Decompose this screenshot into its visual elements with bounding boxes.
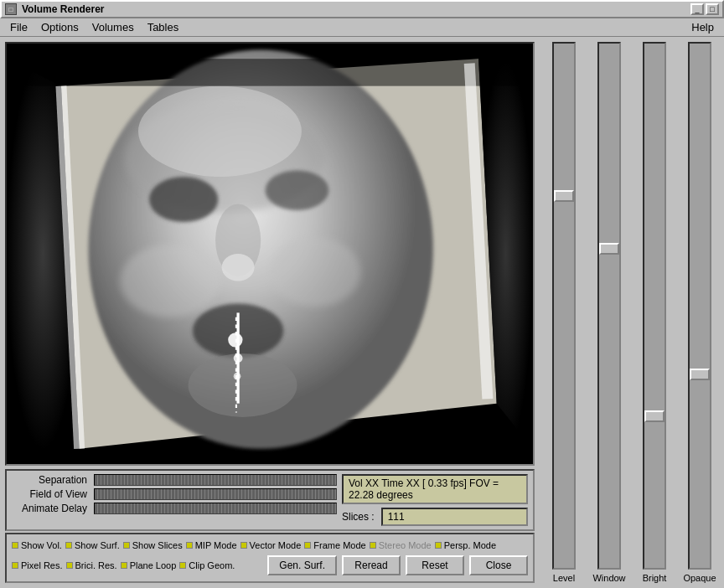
checkbox-row-2: Pixel Res. Brici. Res. Plane Loop C: [12, 558, 264, 573]
menu-options[interactable]: Options: [34, 19, 85, 35]
level-slider-label: Level: [553, 570, 575, 583]
svg-point-4: [149, 177, 218, 222]
slices-row: Slices :: [342, 508, 528, 526]
maximize-button[interactable]: □: [706, 3, 719, 15]
left-panel: Separation Field of View Animate Delay: [0, 37, 540, 588]
title-bar: □ Volume Renderer _ □: [0, 0, 724, 18]
right-panel: Level Window Bright Opaque: [540, 37, 724, 588]
window-slider-thumb[interactable]: [599, 243, 619, 255]
title-text: Volume Renderer: [22, 3, 690, 15]
persp-mode-checkbox[interactable]: Persp. Mode: [435, 540, 496, 550]
bottom-row: Pixel Res. Brici. Res. Plane Loop C: [12, 553, 528, 578]
animate-label: Animate Delay: [12, 503, 87, 514]
close-button[interactable]: Close: [469, 555, 528, 575]
frame-mode-checkbox[interactable]: Frame Mode: [304, 540, 365, 550]
separation-row: Separation: [12, 474, 337, 486]
opaque-slider-track[interactable]: [688, 42, 711, 570]
show-vol-checkbox[interactable]: Show Vol.: [12, 540, 62, 550]
bright-slider-column: Bright: [634, 42, 675, 583]
clip-geom-checkbox[interactable]: Clip Geom.: [179, 560, 235, 570]
separation-label: Separation: [12, 474, 87, 486]
level-slider-track[interactable]: [552, 42, 576, 570]
plane-loop-label: Plane Loop: [130, 560, 177, 570]
bright-slider-thumb[interactable]: [644, 410, 665, 422]
status-panel: Separation Field of View Animate Delay: [5, 469, 535, 531]
fov-label: Field of View: [12, 488, 87, 500]
window-slider-track[interactable]: [597, 42, 621, 570]
reset-button[interactable]: Reset: [406, 555, 464, 575]
stereo-mode-checkbox[interactable]: Stereo Mode: [370, 540, 432, 550]
show-surf-indicator: [65, 542, 72, 549]
minimize-button[interactable]: _: [690, 3, 704, 15]
vector-mode-label: Vector Mode: [250, 540, 302, 550]
fov-row: Field of View: [12, 488, 337, 500]
menu-help[interactable]: Help: [685, 19, 721, 35]
slices-label: Slices :: [342, 511, 375, 523]
show-surf-checkbox[interactable]: Show Surf.: [65, 540, 120, 550]
controls-bottom: Separation Field of View Animate Delay: [5, 469, 535, 583]
mip-mode-checkbox[interactable]: MIP Mode: [186, 540, 237, 550]
vector-indicator: [240, 542, 247, 549]
persp-mode-label: Persp. Mode: [444, 540, 496, 550]
stereo-indicator: [370, 542, 376, 549]
brici-res-label: Brici. Res.: [75, 560, 117, 570]
svg-rect-20: [7, 59, 533, 85]
brici-indicator: [66, 562, 73, 569]
show-slices-indicator: [123, 542, 130, 549]
clip-geom-indicator: [179, 562, 186, 569]
vector-mode-checkbox[interactable]: Vector Mode: [240, 540, 302, 550]
show-slices-label: Show Slices: [132, 540, 183, 550]
svg-point-9: [189, 353, 297, 417]
show-surf-label: Show Surf.: [75, 540, 120, 550]
stereo-mode-label: Stereo Mode: [379, 540, 432, 550]
svg-point-12: [234, 353, 243, 363]
window-slider-label: Window: [592, 570, 625, 583]
svg-point-5: [266, 170, 329, 210]
slider-controls: Separation Field of View Animate Delay: [12, 474, 337, 526]
svg-point-11: [228, 333, 242, 347]
show-vol-indicator: [12, 542, 18, 549]
separation-bar[interactable]: [94, 474, 337, 486]
bright-slider-track[interactable]: [643, 42, 666, 570]
opaque-slider-column: Opaque: [679, 42, 721, 583]
gen-surf-button[interactable]: Gen. Surf.: [267, 555, 337, 575]
pixel-res-label: Pixel Res.: [21, 560, 63, 570]
brici-res-checkbox[interactable]: Brici. Res.: [66, 560, 117, 570]
svg-point-16: [270, 238, 360, 307]
fov-bar[interactable]: [94, 488, 337, 500]
viewport[interactable]: [5, 42, 535, 466]
system-icon[interactable]: □: [5, 3, 17, 15]
show-vol-label: Show Vol.: [21, 540, 62, 550]
slices-input[interactable]: [381, 508, 528, 526]
menu-tables[interactable]: Tables: [141, 19, 186, 35]
window-controls: _ □: [690, 3, 719, 15]
persp-indicator: [435, 542, 442, 549]
level-slider-thumb[interactable]: [554, 190, 574, 202]
show-slices-checkbox[interactable]: Show Slices: [123, 540, 183, 550]
menu-file[interactable]: File: [3, 19, 34, 35]
svg-point-17: [138, 86, 302, 177]
plane-loop-indicator: [121, 562, 127, 569]
frame-indicator: [304, 542, 311, 549]
bright-slider-label: Bright: [643, 570, 667, 583]
checkbox-row-1: Show Vol. Show Surf. Show Slices MIP Mod…: [12, 538, 528, 553]
level-slider-column: Level: [543, 42, 585, 583]
top-controls: Separation Field of View Animate Delay: [12, 474, 528, 526]
menu-volumes[interactable]: Volumes: [85, 19, 141, 35]
animate-bar[interactable]: [94, 503, 337, 514]
checkboxes-panel: Show Vol. Show Surf. Show Slices MIP Mod…: [5, 533, 535, 583]
menu-bar: File Options Volumes Tables Help: [0, 18, 724, 37]
plane-loop-checkbox[interactable]: Plane Loop: [121, 560, 177, 570]
mip-mode-label: MIP Mode: [195, 540, 237, 550]
opaque-slider-label: Opaque: [683, 570, 716, 583]
window-slider-column: Window: [588, 42, 630, 583]
mip-indicator: [186, 542, 193, 549]
main-content: Separation Field of View Animate Delay: [0, 37, 724, 588]
reread-button[interactable]: Reread: [342, 555, 401, 575]
pixel-res-checkbox[interactable]: Pixel Res.: [12, 560, 63, 570]
action-buttons: Gen. Surf. Reread Reset Close: [267, 553, 528, 578]
animate-row: Animate Delay: [12, 503, 337, 514]
fps-display: Vol XX Time XX [ 0.33 fps] FOV = 22.28 d…: [342, 474, 528, 504]
opaque-slider-thumb[interactable]: [690, 369, 710, 380]
frame-mode-label: Frame Mode: [313, 540, 365, 550]
